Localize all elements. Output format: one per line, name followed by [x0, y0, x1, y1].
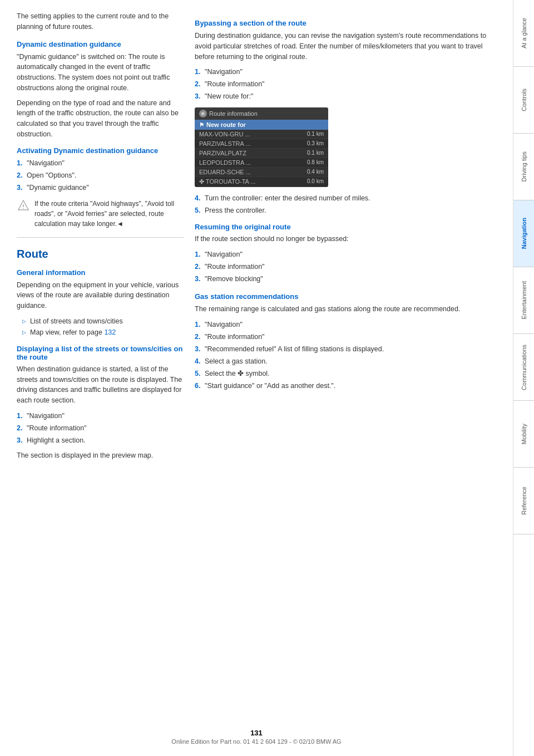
left-column: The setting applies to the current route…	[17, 11, 184, 734]
general-info-heading: General information	[17, 268, 184, 277]
page-footer: 131 Online Edition for Part no. 01 41 2 …	[0, 729, 513, 745]
sidebar-tab-driving-tips[interactable]: Driving tips	[513, 134, 535, 200]
divider-1	[17, 237, 184, 238]
gas-heading: Gas station recommendations	[195, 292, 496, 301]
bypassing-step-2: 2. "Route information"	[195, 78, 496, 90]
gas-step-3: 3. "Recommended refuel" A list of fillin…	[195, 343, 496, 355]
route-data-row: PARZIVALSTRA ...0.3 km	[195, 139, 328, 149]
displaying-text: When destination guidance is started, a …	[17, 364, 184, 406]
gas-step-6: 6. "Start guidance" or "Add as another d…	[195, 380, 496, 391]
intro-text: The setting applies to the current route…	[17, 11, 184, 32]
sidebar-tab-controls[interactable]: Controls	[513, 67, 535, 134]
route-heading: Route	[17, 248, 184, 261]
bullet-item-2: Map view, refer to page 132	[22, 327, 184, 338]
route-info-header: ⊕ Route information	[195, 107, 328, 120]
gas-step-1: 1. "Navigation"	[195, 319, 496, 330]
gas-steps-list: 1. "Navigation" 2. "Route information" 3…	[195, 319, 496, 391]
page-container: The setting applies to the current route…	[0, 0, 534, 756]
activating-step-1: 1. "Navigation"	[17, 158, 184, 169]
bypassing-steps-4-5: 4. Turn the controller: enter the desire…	[195, 193, 496, 216]
route-data-row: LEOPOLDSTRA ...0.8 km	[195, 158, 328, 168]
displaying-step-2: 2. "Route information"	[17, 423, 184, 434]
displaying-steps-list: 1. "Navigation" 2. "Route information" 3…	[17, 410, 184, 446]
activating-step-2: 2. Open "Options".	[17, 170, 184, 181]
footer-text: Online Edition for Part no. 01 41 2 604 …	[171, 738, 341, 745]
svg-point-2	[23, 208, 24, 209]
route-data-row: MAX-VON-GRU ...0.1 km	[195, 130, 328, 139]
bypassing-step-5: 5. Press the controller.	[195, 205, 496, 216]
activating-heading: Activating Dynamic destination guidance	[17, 146, 184, 155]
note-box: If the route criteria "Avoid highways", …	[17, 199, 184, 229]
activating-steps-list: 1. "Navigation" 2. Open "Options". 3. "D…	[17, 158, 184, 193]
resuming-steps-list: 1. "Navigation" 2. "Route information" 3…	[195, 249, 496, 284]
displaying-step-3: 3. Highlight a section.	[17, 435, 184, 446]
dynamic-heading: Dynamic destination guidance	[17, 40, 184, 48]
sidebar-tab-communications[interactable]: Communications	[513, 334, 535, 401]
dynamic-desc1: "Dynamic guidance" is switched on: The r…	[17, 52, 184, 94]
flag-icon: ⚑	[199, 122, 204, 128]
page-number: 131	[0, 729, 513, 737]
gas-step-5: 5. Select the ✤ symbol.	[195, 368, 496, 379]
main-content: The setting applies to the current route…	[0, 0, 513, 756]
displaying-heading: Displaying a list of the streets or town…	[17, 345, 184, 361]
sidebar-tab-mobility[interactable]: Mobility	[513, 401, 535, 468]
gas-step-4: 4. Select a gas station.	[195, 356, 496, 367]
resuming-heading: Resuming the original route	[195, 223, 496, 231]
activating-step-3: 3. "Dynamic guidance"	[17, 182, 184, 193]
route-info-screenshot: ⊕ Route information ⚑ New route for MAX-…	[195, 107, 328, 187]
general-info-text: Depending on the equipment in your vehic…	[17, 280, 184, 311]
section-preview-text: The section is displayed in the preview …	[17, 450, 184, 461]
resuming-step-1: 1. "Navigation"	[195, 249, 496, 260]
sidebar-tab-reference[interactable]: Reference	[513, 468, 535, 534]
route-data-row: PARZIVALPLATZ0.1 km	[195, 149, 328, 158]
page-link-132[interactable]: 132	[104, 328, 116, 336]
displaying-step-1: 1. "Navigation"	[17, 410, 184, 421]
bypassing-step-3: 3. "New route for:"	[195, 91, 496, 102]
resuming-desc: If the route section should no longer be…	[195, 234, 496, 244]
gas-desc: The remaining range is calculated and ga…	[195, 304, 496, 315]
route-data-row: EDUARD-SCHE ...0.4 km	[195, 168, 328, 177]
right-column: Bypassing a section of the route During …	[195, 11, 496, 734]
gas-step-2: 2. "Route information"	[195, 331, 496, 342]
bypassing-steps-list: 1. "Navigation" 2. "Route information" 3…	[195, 66, 496, 102]
bypassing-step-1: 1. "Navigation"	[195, 66, 496, 77]
bypassing-step-4: 4. Turn the controller: enter the desire…	[195, 193, 496, 204]
resuming-step-3: 3. "Remove blocking"	[195, 273, 496, 284]
route-rows-container: MAX-VON-GRU ...0.1 kmPARZIVALSTRA ...0.3…	[195, 130, 328, 187]
bullet-list: List of streets and towns/cities Map vie…	[22, 316, 184, 338]
dynamic-desc2: Depending on the type of road and the na…	[17, 98, 184, 140]
sidebar-tab-navigation[interactable]: Navigation	[513, 200, 535, 267]
sidebar: At a glance Controls Driving tips Naviga…	[513, 0, 534, 756]
sidebar-tab-at-a-glance[interactable]: At a glance	[513, 0, 535, 67]
route-new-for-row: ⚑ New route for	[195, 120, 328, 130]
bypassing-heading: Bypassing a section of the route	[195, 19, 496, 27]
route-data-row: ✤ TOROUATO-TA ...0.0 km	[195, 177, 328, 187]
note-text: If the route criteria "Avoid highways", …	[34, 199, 184, 229]
route-icon: ⊕	[199, 110, 207, 117]
note-triangle-icon	[17, 199, 30, 212]
resuming-step-2: 2. "Route information"	[195, 261, 496, 272]
sidebar-tab-entertainment[interactable]: Entertainment	[513, 267, 535, 334]
bullet-item-1: List of streets and towns/cities	[22, 316, 184, 327]
bypassing-desc: During destination guidance, you can rev…	[195, 31, 496, 62]
